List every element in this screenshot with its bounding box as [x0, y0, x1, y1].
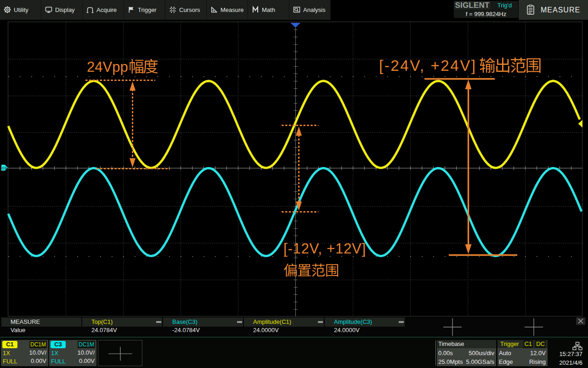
svg-text:C3: C3 — [2, 166, 7, 170]
svg-text:[-12V, +12V]: [-12V, +12V] — [283, 241, 366, 257]
svg-text:[-24V, +24V]: [-24V, +24V] — [379, 57, 477, 74]
svg-text:24Vpp: 24Vpp — [87, 59, 128, 75]
